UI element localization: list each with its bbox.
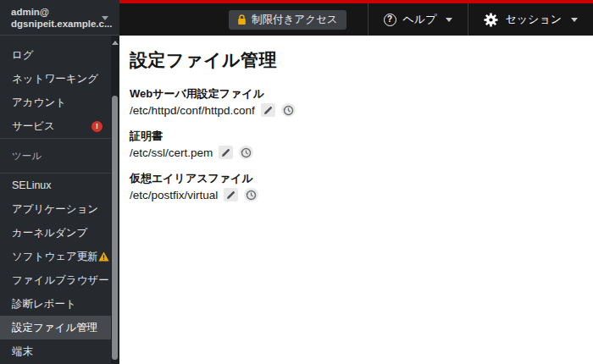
help-menu[interactable]: ? ヘルプ [369,3,468,36]
chevron-down-icon [102,16,108,20]
history-icon [283,105,294,116]
sidebar-item-label: アカウント [12,96,66,110]
sidebar-nav: ログ ネットワーキング アカウント サービス ! ツール SELinux アプリ… [0,36,111,363]
sidebar-scrollbar[interactable] [111,36,119,364]
config-file-label: Webサーバ用設定ファイル [130,86,576,101]
sidebar-item-label: ソフトウェア更新 [12,250,98,264]
history-button[interactable] [281,103,296,117]
sidebar-item-label: アプリケーション [12,202,98,217]
sidebar-item-diagnostic-report[interactable]: 診断レポート [0,292,111,316]
account-host: dgsnipeit.example.c... [11,18,97,30]
sidebar-item-label: サービス [12,119,55,134]
edit-button[interactable] [224,188,238,201]
pencil-icon [226,190,236,200]
config-file-entry-certificate: 証明書 /etc/ssl/cert.pem [130,129,576,160]
history-button[interactable] [244,188,258,201]
sidebar-item-services[interactable]: サービス ! [0,114,111,138]
chevron-down-icon [571,18,578,22]
warning-triangle-icon [98,251,109,262]
lock-icon [237,14,247,25]
config-file-label: 証明書 [130,129,576,143]
config-file-entry-virtual-alias: 仮想エイリアスファイル /etc/postfix/virtual [130,171,576,202]
scrollbar-thumb[interactable] [112,96,118,360]
pencil-icon [263,106,273,115]
edit-button[interactable] [261,103,275,117]
help-label: ヘルプ [403,12,437,27]
sidebar-item-accounts[interactable]: アカウント [0,91,111,114]
sidebar-item-kdump[interactable]: カーネルダンプ [0,221,111,245]
sidebar-item-label: 診断レポート [12,297,76,312]
limited-access-label: 制限付きアクセス [252,13,337,27]
limited-access-button[interactable]: 制限付きアクセス [229,10,346,30]
sidebar-item-selinux[interactable]: SELinux [0,174,111,197]
gear-icon [484,13,498,27]
account-user: admin@ [11,6,97,18]
alert-badge-icon: ! [91,121,103,132]
masthead-accent-strip [119,0,593,3]
sidebar-item-label: 設定ファイル管理 [12,321,97,335]
config-file-path: /etc/ssl/cert.pem [130,146,213,159]
page-title: 設定ファイル管理 [130,48,576,72]
masthead: 制限付きアクセス ? ヘルプ [119,0,593,36]
sidebar-item-label: ネットワーキング [12,72,98,86]
main-content: 設定ファイル管理 Webサーバ用設定ファイル /etc/httpd/conf/h… [119,36,593,364]
history-icon [246,190,257,201]
sidebar-section-tools: ツール [0,139,111,173]
session-label: セッション [505,12,562,27]
sidebar-item-config-file-management[interactable]: 設定ファイル管理 [0,316,111,339]
config-file-label: 仮想エイリアスファイル [130,171,576,185]
history-icon [241,147,252,158]
session-menu[interactable]: セッション [468,3,593,36]
help-icon: ? [384,14,396,26]
edit-button[interactable] [219,146,233,159]
pencil-icon [221,148,230,157]
sidebar-item-label: カーネルダンプ [12,226,87,240]
sidebar-item-networking[interactable]: ネットワーキング [0,67,111,91]
sidebar-item-applications[interactable]: アプリケーション [0,197,111,221]
sidebar: admin@ dgsnipeit.example.c... ログ ネットワーキン… [0,0,119,364]
sidebar-item-label: ログ [12,48,34,63]
sidebar-item-logs[interactable]: ログ [0,43,111,67]
chevron-down-icon [446,18,452,22]
config-file-path: /etc/postfix/virtual [130,189,218,201]
config-file-path: /etc/httpd/conf/httpd.conf [130,104,255,117]
config-file-entry-web-server: Webサーバ用設定ファイル /etc/httpd/conf/httpd.conf [130,86,576,118]
sidebar-item-file-browser[interactable]: ファイルブラウザー [0,268,111,292]
sidebar-item-label: 端末 [12,345,33,359]
account-menu[interactable]: admin@ dgsnipeit.example.c... [0,0,119,36]
sidebar-item-label: ファイルブラウザー [12,273,109,288]
scroll-up-arrow-icon[interactable] [112,41,119,45]
sidebar-item-label: SELinux [12,179,52,191]
app-window: admin@ dgsnipeit.example.c... ログ ネットワーキン… [0,0,593,364]
sidebar-item-terminal[interactable]: 端末 [0,339,111,363]
sidebar-item-software-updates[interactable]: ソフトウェア更新 [0,245,111,268]
history-button[interactable] [239,146,253,159]
